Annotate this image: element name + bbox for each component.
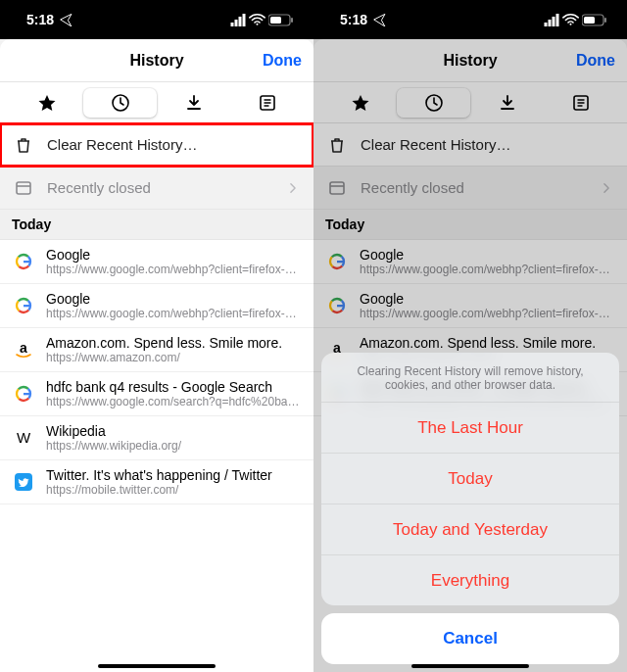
star-icon xyxy=(351,93,370,113)
wifi-icon xyxy=(562,13,579,26)
tab-history xyxy=(397,88,470,118)
tab-bookmarks xyxy=(323,88,397,118)
entry-text: Amazon.com. Spend less. Smile more.https… xyxy=(46,335,282,364)
clock-icon xyxy=(424,93,444,113)
action-sheet-message: Clearing Recent History will remove hist… xyxy=(321,353,619,402)
favicon-google xyxy=(14,252,33,271)
tab-downloads[interactable] xyxy=(157,88,230,118)
home-indicator[interactable] xyxy=(98,664,216,668)
download-icon xyxy=(184,93,204,113)
history-entry[interactable]: Googlehttps://www.google.com/webhp?clien… xyxy=(0,284,314,328)
location-icon xyxy=(60,13,73,26)
entry-title: Google xyxy=(360,247,613,263)
entry-title: hdfc bank q4 results - Google Search xyxy=(46,379,300,395)
section-today: Today xyxy=(314,210,627,240)
action-sheet: Clearing Recent History will remove hist… xyxy=(321,353,619,664)
wifi-icon xyxy=(249,13,265,26)
status-time: 5:18 xyxy=(26,12,54,27)
location-icon xyxy=(373,13,387,26)
entry-text: Twitter. It's what's happening / Twitter… xyxy=(46,467,272,497)
clear-today-button[interactable]: Today xyxy=(321,453,619,504)
cancel-button[interactable]: Cancel xyxy=(321,613,619,664)
chevron-right-icon xyxy=(600,178,613,198)
favicon-amazon xyxy=(14,340,33,360)
trash-icon xyxy=(14,135,33,155)
battery-icon xyxy=(582,14,607,26)
recently-closed-label: Recently closed xyxy=(361,179,586,196)
history-entry[interactable]: Googlehttps://www.google.com/webhp?clien… xyxy=(314,284,627,328)
entry-title: Google xyxy=(360,291,613,307)
entry-title: Google xyxy=(46,247,300,263)
signal-icon xyxy=(544,14,559,26)
history-entry[interactable]: Googlehttps://www.google.com/webhp?clien… xyxy=(0,240,314,284)
clock-icon xyxy=(111,93,130,113)
done-button: Done xyxy=(576,52,615,70)
chevron-right-icon xyxy=(286,178,300,198)
library-tabs xyxy=(314,82,627,123)
entry-text: Googlehttps://www.google.com/webhp?clien… xyxy=(46,247,300,276)
entry-title: Twitter. It's what's happening / Twitter xyxy=(46,467,272,483)
tab-icon xyxy=(14,178,33,198)
recently-closed-row[interactable]: Recently closed xyxy=(0,167,314,210)
history-entry[interactable]: Amazon.com. Spend less. Smile more.https… xyxy=(0,328,314,372)
favicon-wikipedia xyxy=(14,428,33,448)
clear-today-yesterday-button[interactable]: Today and Yesterday xyxy=(321,504,619,554)
clear-history-row[interactable]: Clear Recent History… xyxy=(0,123,314,167)
tab-bookmarks[interactable] xyxy=(10,88,83,118)
entry-url: https://www.google.com/webhp?client=fire… xyxy=(360,263,613,276)
panel-title: History xyxy=(314,52,627,70)
favicon-twitter xyxy=(14,472,33,492)
entry-title: Google xyxy=(46,291,300,307)
status-time: 5:18 xyxy=(340,12,367,27)
download-icon xyxy=(498,93,517,113)
tab-reading-list[interactable] xyxy=(230,88,304,118)
clear-history-label: Clear Recent History… xyxy=(361,136,613,153)
entry-url: https://mobile.twitter.com/ xyxy=(46,483,272,497)
clear-history-row: Clear Recent History… xyxy=(314,123,627,167)
clear-history-label: Clear Recent History… xyxy=(47,136,300,153)
clear-last-hour-button[interactable]: The Last Hour xyxy=(321,402,619,453)
section-today: Today xyxy=(0,210,314,240)
entry-url: https://www.google.com/search?q=hdfc%20b… xyxy=(46,395,300,408)
done-button[interactable]: Done xyxy=(263,52,302,70)
entry-url: https://www.amazon.com/ xyxy=(46,351,282,364)
history-list: Googlehttps://www.google.com/webhp?clien… xyxy=(0,240,314,504)
battery-icon xyxy=(268,14,294,26)
entry-text: Wikipediahttps://www.wikipedia.org/ xyxy=(46,423,181,453)
entry-url: https://www.google.com/webhp?client=fire… xyxy=(46,263,300,276)
favicon-google xyxy=(14,384,33,404)
tab-icon xyxy=(327,178,347,198)
favicon-google xyxy=(327,252,347,271)
panel-header: History Done xyxy=(314,39,627,82)
action-sheet-card: Clearing Recent History will remove hist… xyxy=(321,353,619,605)
trash-icon xyxy=(327,135,347,155)
screenshot-right: 5:18 History Done Clear Recent History… … xyxy=(314,0,627,672)
status-bar: 5:18 xyxy=(314,0,627,39)
history-entry[interactable]: Googlehttps://www.google.com/webhp?clien… xyxy=(314,240,627,284)
screenshot-left: 5:18 History Done Clear Recent History… … xyxy=(0,0,314,672)
favicon-google xyxy=(14,296,33,315)
entry-url: https://www.google.com/webhp?client=fire… xyxy=(360,307,613,320)
entry-url: https://www.google.com/webhp?client=fire… xyxy=(46,307,300,320)
history-entry[interactable]: Wikipediahttps://www.wikipedia.org/ xyxy=(0,416,314,460)
clear-everything-button[interactable]: Everything xyxy=(321,554,619,605)
entry-url: https://www.wikipedia.org/ xyxy=(46,439,181,453)
reading-list-icon xyxy=(571,93,591,113)
history-entry[interactable]: hdfc bank q4 results - Google Searchhttp… xyxy=(0,372,314,416)
tab-history[interactable] xyxy=(83,88,157,118)
home-indicator[interactable] xyxy=(411,664,529,668)
entry-title: Amazon.com. Spend less. Smile more. xyxy=(46,335,282,351)
favicon-google xyxy=(327,296,347,315)
panel-header: History Done xyxy=(0,39,314,82)
entry-text: Googlehttps://www.google.com/webhp?clien… xyxy=(360,247,613,276)
entry-text: Googlehttps://www.google.com/webhp?clien… xyxy=(46,291,300,320)
entry-text: Googlehttps://www.google.com/webhp?clien… xyxy=(360,291,613,320)
tab-reading-list xyxy=(544,88,617,118)
tab-downloads xyxy=(470,88,544,118)
entry-title: Wikipedia xyxy=(46,423,181,439)
recently-closed-label: Recently closed xyxy=(47,179,272,196)
reading-list-icon xyxy=(258,93,277,113)
status-bar: 5:18 xyxy=(0,0,314,39)
history-entry[interactable]: Twitter. It's what's happening / Twitter… xyxy=(0,460,314,504)
entry-title: Amazon.com. Spend less. Smile more. xyxy=(360,335,596,351)
